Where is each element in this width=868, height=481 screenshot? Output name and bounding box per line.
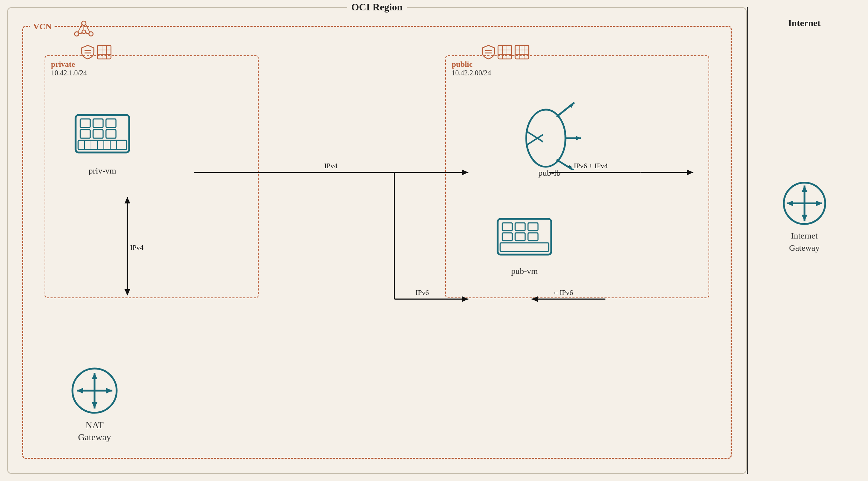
svg-rect-57: [515, 223, 525, 231]
priv-vm-label: priv-vm: [74, 166, 131, 176]
private-subnet: private 10.42.1.0/24: [45, 55, 259, 298]
nat-gateway-icon: [70, 366, 120, 416]
svg-line-10: [86, 33, 89, 34]
svg-rect-20: [80, 119, 90, 127]
priv-vm-icon: [74, 113, 131, 163]
public-seclist-icon1: [497, 45, 512, 60]
svg-marker-93: [787, 201, 793, 206]
svg-point-46: [526, 110, 565, 167]
nat-gateway: NAT Gateway: [70, 366, 120, 444]
svg-point-0: [82, 21, 86, 25]
pub-vm-icon: [496, 217, 553, 264]
svg-rect-26: [78, 140, 127, 150]
public-security-icons: [482, 45, 529, 60]
svg-rect-24: [93, 130, 103, 138]
public-nsg-icon: [482, 45, 495, 60]
svg-rect-60: [515, 233, 525, 241]
private-subnet-label: private 10.42.1.0/24: [51, 60, 87, 77]
svg-point-3: [82, 30, 86, 34]
vcn-box: VCN: [22, 26, 732, 459]
public-seclist-icon2: [514, 45, 529, 60]
svg-rect-55: [498, 219, 551, 255]
svg-line-9: [79, 33, 82, 34]
public-subnet: public 10.42.2.00/24: [445, 55, 709, 298]
internet-gateway: Internet Gateway: [781, 180, 828, 254]
svg-rect-23: [80, 130, 90, 138]
svg-rect-19: [76, 115, 129, 152]
svg-marker-91: [802, 186, 807, 192]
pub-lb-icon: [517, 99, 582, 170]
svg-rect-59: [502, 233, 512, 241]
svg-line-8: [86, 24, 90, 32]
public-subnet-label: public 10.42.2.00/24: [452, 60, 491, 77]
svg-rect-21: [93, 119, 103, 127]
svg-marker-66: [92, 373, 97, 379]
svg-rect-56: [502, 223, 512, 231]
svg-rect-14: [97, 45, 111, 59]
vcn-mesh-icon: [73, 19, 95, 42]
private-security-icons: [81, 45, 112, 60]
svg-marker-50: [576, 136, 581, 140]
private-nsg-icon: [81, 45, 95, 60]
svg-line-7: [78, 24, 82, 32]
priv-vm: priv-vm: [74, 113, 131, 176]
nat-gateway-label: NAT Gateway: [70, 419, 120, 444]
pub-lb: pub-lb: [517, 99, 582, 178]
vcn-label: VCN: [30, 22, 55, 31]
svg-rect-25: [106, 130, 116, 138]
svg-marker-92: [802, 215, 807, 221]
svg-rect-58: [528, 223, 538, 231]
svg-marker-94: [816, 201, 822, 206]
svg-marker-67: [92, 402, 97, 409]
internet-gateway-label: Internet Gateway: [781, 230, 828, 254]
oci-region: OCI Region VCN: [7, 7, 747, 474]
svg-rect-61: [528, 233, 538, 241]
svg-rect-41: [515, 45, 529, 59]
svg-marker-69: [106, 388, 112, 394]
internet-panel-label: Internet: [788, 18, 821, 29]
diagram-wrapper: OCI Region VCN: [0, 0, 868, 481]
svg-rect-62: [500, 243, 549, 251]
svg-rect-22: [106, 119, 116, 127]
internet-gateway-icon: [781, 180, 828, 227]
pub-vm: pub-vm: [496, 217, 553, 276]
pub-vm-label: pub-vm: [496, 266, 553, 276]
oci-region-label: OCI Region: [347, 1, 407, 13]
svg-marker-68: [77, 388, 83, 394]
svg-rect-36: [498, 45, 512, 59]
internet-panel: Internet Internet Gateway: [747, 7, 861, 474]
private-seclist-icon: [97, 45, 112, 60]
